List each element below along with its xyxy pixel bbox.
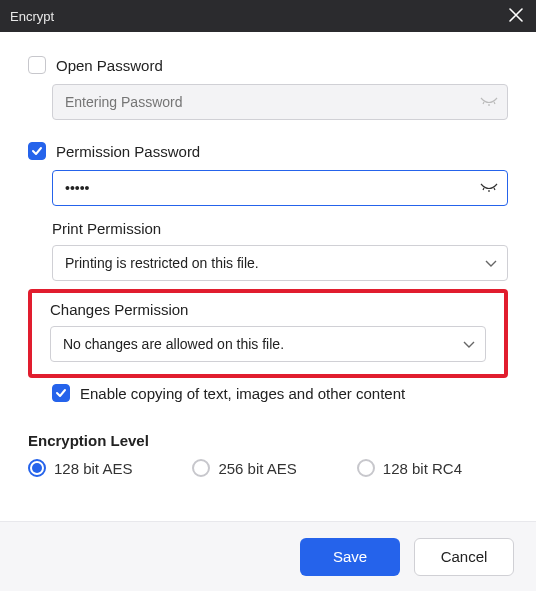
eye-icon[interactable] [480,180,498,196]
permission-password-section: Permission Password Print Permission Pri… [28,142,508,281]
radio-128-aes[interactable]: 128 bit AES [28,459,132,477]
changes-permission-highlight: Changes Permission No changes are allowe… [28,289,508,378]
changes-permission-label: Changes Permission [50,301,486,318]
open-password-row: Open Password [28,56,508,74]
permission-password-input[interactable] [52,170,508,206]
open-password-input-row [52,84,508,120]
open-password-section: Open Password [28,56,508,120]
save-button[interactable]: Save [300,538,400,576]
radio-128-rc4[interactable]: 128 bit RC4 [357,459,462,477]
radio-label: 256 bit AES [218,460,296,477]
encryption-level-radios: 128 bit AES 256 bit AES 128 bit RC4 [28,459,508,477]
radio-label: 128 bit RC4 [383,460,462,477]
permission-password-checkbox[interactable] [28,142,46,160]
enable-copy-checkbox[interactable] [52,384,70,402]
print-permission-select[interactable]: Printing is restricted on this file. [52,245,508,281]
radio-icon [28,459,46,477]
enable-copy-row: Enable copying of text, images and other… [52,384,508,402]
chevron-down-icon [485,255,497,271]
titlebar: Encrypt [0,0,536,32]
changes-permission-select[interactable]: No changes are allowed on this file. [50,326,486,362]
permission-password-input-row [52,170,508,206]
dialog-footer: Save Cancel [0,521,536,591]
dialog-body: Open Password Permission Password Print … [0,32,536,477]
encryption-level-section: Encryption Level 128 bit AES 256 bit AES… [28,432,508,477]
enable-copy-label: Enable copying of text, images and other… [80,385,405,402]
permission-password-row: Permission Password [28,142,508,160]
radio-label: 128 bit AES [54,460,132,477]
encryption-level-label: Encryption Level [28,432,508,449]
print-permission-value: Printing is restricted on this file. [65,255,259,271]
eye-icon[interactable] [480,94,498,110]
print-permission-label: Print Permission [52,220,508,237]
print-permission-group: Print Permission Printing is restricted … [52,220,508,281]
open-password-label: Open Password [56,57,163,74]
radio-icon [357,459,375,477]
changes-permission-value: No changes are allowed on this file. [63,336,284,352]
chevron-down-icon [463,336,475,352]
dialog-title: Encrypt [10,9,506,24]
open-password-input[interactable] [52,84,508,120]
permission-password-label: Permission Password [56,143,200,160]
cancel-button[interactable]: Cancel [414,538,514,576]
radio-icon [192,459,210,477]
close-icon[interactable] [506,6,526,27]
radio-256-aes[interactable]: 256 bit AES [192,459,296,477]
open-password-checkbox[interactable] [28,56,46,74]
